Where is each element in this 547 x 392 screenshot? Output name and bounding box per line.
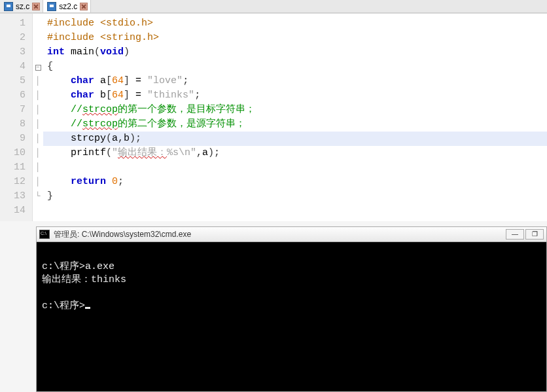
line-number: 7 <box>0 103 26 117</box>
code-line[interactable]: return 0; <box>47 175 547 189</box>
terminal-body[interactable]: c:\程序>a.exe 输出结果：thinks c:\程序> <box>36 242 547 392</box>
close-icon[interactable] <box>80 3 88 10</box>
terminal-title: 管理员: C:\Windows\system32\cmd.exe <box>54 229 502 240</box>
fold-cell: │ <box>33 74 43 88</box>
code-line[interactable]: //strcop的第一个参数，是目标字符串； <box>47 103 547 117</box>
terminal-cursor <box>85 307 90 309</box>
line-number: 13 <box>0 189 26 204</box>
code-line[interactable]: } <box>47 189 547 204</box>
save-icon <box>4 2 13 11</box>
tab-label: sz2.c <box>59 2 77 11</box>
close-icon[interactable] <box>32 3 40 10</box>
code-line[interactable] <box>47 160 547 175</box>
terminal-title-bar[interactable]: 管理员: C:\Windows\system32\cmd.exe — ❐ <box>36 226 547 242</box>
window-buttons: — ❐ <box>506 229 544 240</box>
line-number: 12 <box>0 175 26 189</box>
minimize-button[interactable]: — <box>506 229 524 240</box>
line-number: 9 <box>0 132 26 146</box>
line-number: 6 <box>0 88 26 103</box>
tab-label: sz.c <box>16 2 29 11</box>
code-line[interactable]: char b[64] = "thinks"; <box>47 88 547 103</box>
line-number-gutter: 1234567891011121314 <box>0 14 33 221</box>
fold-cell: └ <box>33 189 43 204</box>
code-line[interactable]: //strcop的第二个参数，是源字符串； <box>47 117 547 132</box>
fold-cell: │ <box>33 160 43 175</box>
fold-cell: │ <box>33 88 43 103</box>
fold-cell <box>33 45 43 60</box>
tab-sz2-c[interactable]: sz2.c <box>43 0 91 12</box>
line-number: 2 <box>0 31 26 45</box>
fold-cell <box>33 204 43 218</box>
fold-cell: │ <box>33 132 43 146</box>
terminal-window: 管理员: C:\Windows\system32\cmd.exe — ❐ c:\… <box>36 226 547 392</box>
code-line[interactable]: int main(void) <box>47 45 547 60</box>
code-line[interactable]: printf("输出结果：%s\n",a); <box>47 146 547 160</box>
line-number: 3 <box>0 45 26 60</box>
line-number: 14 <box>0 204 26 218</box>
line-number: 8 <box>0 117 26 132</box>
fold-cell <box>33 16 43 31</box>
cmd-icon <box>39 230 50 239</box>
code-editor[interactable]: 1234567891011121314 −││││││││└ #include … <box>0 13 547 221</box>
line-number: 1 <box>0 16 26 31</box>
line-number: 10 <box>0 146 26 160</box>
tab-bar: sz.c sz2.c <box>0 0 547 13</box>
fold-toggle-icon[interactable]: − <box>35 65 41 71</box>
code-line[interactable]: #include <string.h> <box>47 31 547 45</box>
line-number: 5 <box>0 74 26 88</box>
fold-cell: │ <box>33 103 43 117</box>
save-icon <box>47 2 56 11</box>
fold-cell: │ <box>33 146 43 160</box>
fold-cell: │ <box>33 175 43 189</box>
fold-column: −││││││││└ <box>33 14 43 221</box>
code-line[interactable]: char a[64] = "love"; <box>47 74 547 88</box>
line-number: 11 <box>0 160 26 175</box>
code-line[interactable] <box>47 204 547 218</box>
fold-cell <box>33 31 43 45</box>
maximize-button[interactable]: ❐ <box>525 229 544 240</box>
code-line[interactable]: strcpy(a,b); <box>47 132 547 146</box>
fold-cell: │ <box>33 117 43 132</box>
line-number: 4 <box>0 60 26 74</box>
fold-cell: − <box>33 60 43 74</box>
code-area[interactable]: #include <stdio.h>#include <string.h>int… <box>43 14 547 221</box>
code-line[interactable]: { <box>47 60 547 74</box>
tab-sz-c[interactable]: sz.c <box>0 0 43 12</box>
code-line[interactable]: #include <stdio.h> <box>47 16 547 31</box>
